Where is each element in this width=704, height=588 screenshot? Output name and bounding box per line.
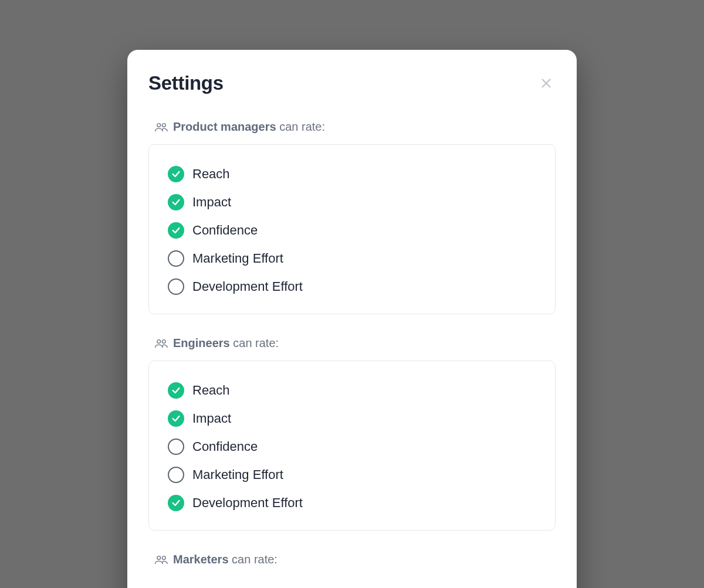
checkbox-checked-icon[interactable] [168,222,184,239]
option-label: Confidence [192,223,258,238]
checkbox-unchecked-icon[interactable] [168,467,184,483]
option-row[interactable]: Reach [168,376,536,405]
svg-point-2 [157,123,161,127]
option-label: Development Effort [192,495,303,511]
checkbox-unchecked-icon[interactable] [168,439,184,455]
users-icon [154,555,168,565]
close-button[interactable] [537,74,556,93]
group-name: Engineers [173,337,230,349]
svg-point-7 [162,556,165,559]
option-row[interactable]: Development Effort [168,489,536,517]
modal-header: Settings [148,72,556,94]
checkbox-checked-icon[interactable] [168,194,184,210]
option-label: Reach [192,383,230,398]
option-row[interactable]: Marketing Effort [168,461,536,489]
svg-point-3 [162,123,165,127]
checkbox-checked-icon[interactable] [168,166,184,182]
settings-modal: Settings Product managers can rate:Reach… [127,50,577,588]
checkbox-unchecked-icon[interactable] [168,278,184,295]
checkbox-checked-icon[interactable] [168,410,184,427]
option-box: ReachImpactConfidenceMarketing EffortDev… [148,144,556,314]
group-header: Product managers can rate: [148,120,556,134]
checkbox-unchecked-icon[interactable] [168,250,184,267]
option-row[interactable]: Development Effort [168,273,536,301]
option-row[interactable]: Reach [168,160,536,188]
checkbox-checked-icon[interactable] [168,382,184,399]
option-label: Reach [192,166,230,182]
group-name: Product managers [173,120,276,133]
option-row[interactable]: Impact [168,405,536,433]
modal-title: Settings [148,72,224,94]
option-label: Development Effort [192,279,303,294]
option-row[interactable]: Impact [168,188,536,216]
svg-point-4 [157,339,161,343]
option-row[interactable]: Confidence [168,216,536,244]
option-row[interactable]: Marketing Effort [168,244,536,273]
svg-point-5 [162,339,165,343]
svg-point-6 [157,556,161,559]
group-suffix: can rate: [232,553,277,566]
group-suffix: can rate: [279,120,325,133]
option-label: Impact [192,411,231,426]
option-label: Marketing Effort [192,467,283,482]
group-header: Engineers can rate: [148,337,556,350]
option-row[interactable]: Confidence [168,433,536,461]
option-label: Impact [192,195,231,210]
group-header: Marketers can rate: [148,553,556,566]
option-box: ReachImpactConfidenceMarketing EffortDev… [148,361,556,531]
users-icon [154,122,168,132]
close-icon [540,77,553,90]
group-suffix: can rate: [233,337,279,349]
group-name: Marketers [173,553,229,566]
option-label: Confidence [192,439,258,454]
users-icon [154,338,168,349]
checkbox-checked-icon[interactable] [168,495,184,511]
option-label: Marketing Effort [192,251,283,266]
